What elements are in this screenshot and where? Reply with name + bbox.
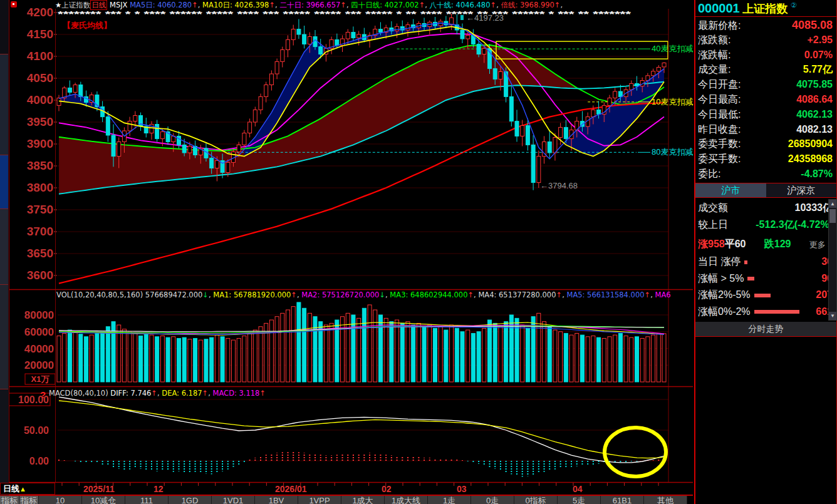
period-selector[interactable]: 日线▲ — [0, 483, 55, 495]
tdx-app-window: 40麦克扣减10麦克扣减80麦克扣减******** *** * * **** … — [0, 0, 837, 504]
quote-value: +2.95 — [808, 34, 833, 46]
taskbar-item-11[interactable]: 1走 — [428, 496, 471, 504]
date-label: 02 — [382, 484, 392, 494]
header-item: MA3: 648602944.000 — [390, 291, 467, 299]
gainer-row: 涨幅2%-5%207 — [698, 289, 833, 302]
quote-value: 4085.08 — [792, 19, 833, 32]
quote-label: 成交量: — [698, 63, 730, 76]
taskbar-item-0[interactable]: 指标 — [0, 496, 19, 504]
taskbar-item-14[interactable]: 5走 — [558, 496, 601, 504]
volume-unit-label: X1万 — [31, 374, 50, 384]
header-item: MACD(80,40,10) — [49, 389, 110, 398]
stock-name: 上证指数 — [742, 3, 788, 15]
strip-seg-active[interactable] — [0, 155, 8, 209]
stats-scrollbar[interactable]: ▲ ▼ — [828, 199, 837, 321]
date-axis: 2025/11122026/01020304 — [62, 483, 658, 494]
bucket-bar — [747, 277, 754, 280]
period-label: 日线 — [3, 484, 19, 493]
volume-indicator-header: VOL(10,20,40,80,5,160) 576689472.000↓, M… — [56, 291, 671, 299]
strip-seg-4[interactable] — [0, 209, 8, 285]
svg-text:3600: 3600 — [27, 269, 53, 282]
header-item: , — [650, 291, 655, 299]
scroll-up-icon[interactable]: ▲ — [829, 200, 836, 208]
deduction-label: 10麦克扣减 — [652, 97, 693, 106]
header-item: ↑ — [467, 291, 474, 299]
bottom-taskbar[interactable]: 指标指标1010减仓1111GD1VD11BV1VPP1成大1成大线1走0走0指… — [0, 495, 693, 504]
scroll-down-icon[interactable]: ▼ — [829, 312, 836, 320]
taskbar-item-7[interactable]: 1BV — [255, 496, 298, 504]
market-tab-沪深京[interactable]: 沪深京 — [766, 183, 837, 197]
decliners-count: 跌129 — [764, 238, 791, 251]
header-item: ↑ — [151, 389, 157, 398]
taskbar-item-12[interactable]: 0走 — [471, 496, 514, 504]
taskbar-item-2[interactable]: 10 — [39, 496, 82, 504]
quote-label: 最新价格: — [698, 19, 741, 33]
gainer-row: 当日 涨停36 — [698, 255, 833, 269]
header-item: ↑ — [192, 1, 198, 9]
left-tool-strip[interactable] — [0, 0, 9, 504]
quote-value: -4.87% — [801, 168, 833, 180]
header-item: 日线 — [90, 0, 107, 10]
date-label: 2026/01 — [275, 484, 307, 494]
taskbar-item-4[interactable]: 111 — [125, 496, 169, 504]
svg-text:20000: 20000 — [24, 359, 54, 371]
svg-text:3650: 3650 — [27, 247, 53, 260]
market-tab-沪市[interactable]: 沪市 — [695, 183, 766, 197]
quote-value: 4075.85 — [796, 79, 833, 90]
quote-label: 今日开盘: — [698, 78, 741, 91]
header-item: MA2: 575126720.000 — [301, 291, 379, 299]
svg-text:80000: 80000 — [24, 309, 54, 321]
date-label: 03 — [457, 484, 467, 494]
stock-badge-icon[interactable]: ② — [791, 1, 797, 9]
taskbar-item-1[interactable]: 指标 — [19, 496, 39, 504]
signal-asterisk-row: ******** *** * * **** ****** ***** **** … — [58, 9, 632, 19]
svg-text:3800: 3800 — [27, 181, 53, 194]
bucket-label: 涨幅0%-2% — [698, 306, 751, 319]
market-tabs: 沪市沪深京 — [695, 183, 836, 198]
header-item: MA4: 651377280.000 — [478, 291, 556, 299]
svg-text:3850: 3850 — [27, 159, 53, 172]
header-item: 八十线: 4046.480 — [430, 1, 491, 9]
header-item: MA6 — [655, 291, 671, 299]
taskbar-item-3[interactable]: 10减仓 — [82, 496, 125, 504]
taskbar-item-8[interactable]: 1VPP — [298, 496, 341, 504]
taskbar-item-5[interactable]: 1GD — [169, 496, 212, 504]
header-item: ↑ — [259, 389, 266, 398]
quote-row: 委比:-4.87% — [698, 168, 833, 181]
strip-seg-2[interactable] — [0, 54, 8, 155]
taskbar-item-10[interactable]: 1成大线 — [385, 496, 428, 504]
quote-row: 最新价格:4085.08 — [698, 19, 833, 33]
taskbar-item-6[interactable]: 1VD1 — [212, 496, 255, 504]
header-item: MA5: 566131584.000 — [566, 291, 644, 299]
header-item: ↓ — [379, 291, 385, 299]
strip-seg-5[interactable] — [0, 285, 8, 389]
svg-text:3750: 3750 — [27, 203, 53, 216]
taskbar-item-16[interactable]: 其他 — [644, 496, 687, 504]
taskbar-item-13[interactable]: 0指标 — [514, 496, 558, 504]
date-label: 2025/11 — [83, 484, 115, 494]
header-item: MA10日: 4026.398 — [202, 1, 269, 9]
header-item: ↑ — [419, 1, 425, 9]
quote-row: 成交量:5.77亿 — [698, 63, 833, 76]
macd-help-icon: ? — [40, 389, 46, 400]
header-item: , — [208, 389, 212, 398]
header-item: 二十日: 3966.657 — [279, 1, 340, 9]
quote-label: 今日最高: — [698, 93, 741, 106]
scroll-thumb[interactable] — [829, 209, 836, 223]
quote-row: 今日最高:4086.64 — [698, 93, 833, 106]
header-item: , — [561, 1, 563, 9]
quote-value: 24358968 — [788, 153, 833, 165]
strip-seg-top[interactable] — [0, 0, 8, 54]
turnover-label: 成交额 — [698, 202, 728, 215]
svg-text:4150: 4150 — [27, 28, 53, 41]
taskbar-item-15[interactable]: 61B1 — [601, 496, 644, 504]
quote-row: 今日开盘:4075.85 — [698, 78, 833, 91]
advancers-count: 涨958平60 — [698, 238, 746, 251]
pin-icon[interactable] — [11, 1, 17, 8]
gainer-row: 涨幅0%-2%661 — [698, 306, 833, 319]
header-item: MA1: 567881920.000 — [213, 291, 291, 299]
taskbar-item-9[interactable]: 1成大 — [341, 496, 385, 504]
header-item: ↑ — [556, 291, 563, 299]
gainer-row: 涨幅 > 5%90 — [698, 272, 833, 285]
bucket-bar — [754, 294, 771, 297]
